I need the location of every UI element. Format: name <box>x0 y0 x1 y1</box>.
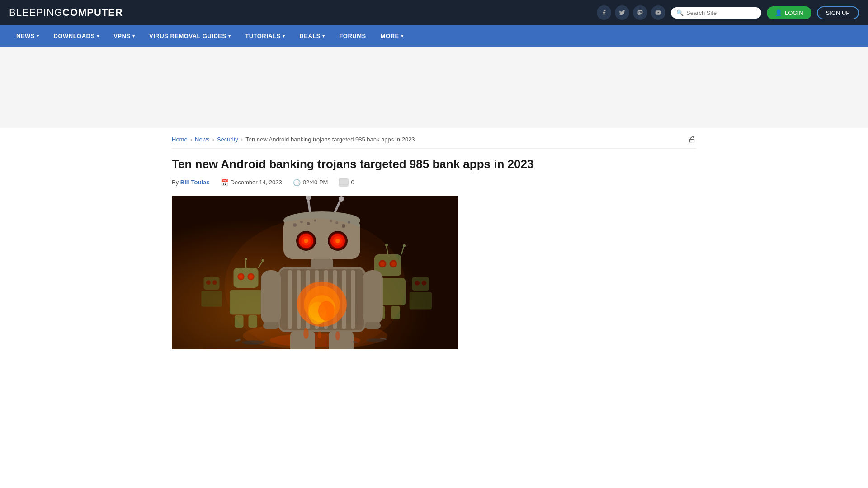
site-header: BLEEPINGCOMPUTER 🔍 👤 LOGIN SIGN UP <box>0 0 868 25</box>
breadcrumb-news[interactable]: News <box>195 136 210 143</box>
nav-tutorials-arrow: ▾ <box>283 33 285 38</box>
breadcrumb-sep-3: › <box>241 136 243 143</box>
nav-virus-removal[interactable]: VIRUS REMOVAL GUIDES ▾ <box>142 25 238 47</box>
main-layout: Ten new Android banking trojans targeted… <box>172 149 696 349</box>
article-meta: By Bill Toulas 📅 December 14, 2023 🕐 02:… <box>172 178 547 187</box>
search-input[interactable] <box>686 9 756 16</box>
breadcrumb-sep-2: › <box>212 136 214 143</box>
site-logo[interactable]: BLEEPINGCOMPUTER <box>9 7 123 19</box>
login-button[interactable]: 👤 LOGIN <box>767 6 811 19</box>
calendar-icon: 📅 <box>221 179 228 186</box>
nav-more-arrow: ▾ <box>401 33 404 38</box>
signup-button[interactable]: SIGN UP <box>817 6 859 19</box>
article-comments: 0 <box>339 178 354 187</box>
nav-tutorials[interactable]: TUTORIALS ▾ <box>238 25 292 47</box>
user-icon: 👤 <box>775 9 782 16</box>
logo-light: BLEEPING <box>9 7 62 18</box>
svg-point-90 <box>225 218 406 349</box>
article-author: By Bill Toulas <box>172 179 210 186</box>
svg-rect-1 <box>339 179 348 185</box>
article-image <box>172 196 458 349</box>
article-time: 🕐 02:40 PM <box>293 179 328 186</box>
svg-point-91 <box>242 340 264 345</box>
breadcrumb-current: Ten new Android banking trojans targeted… <box>245 136 415 143</box>
nav-virus-arrow: ▾ <box>228 33 231 38</box>
nav-more[interactable]: MORE ▾ <box>373 25 411 47</box>
nav-deals[interactable]: DEALS ▾ <box>292 25 332 47</box>
nav-news-arrow: ▾ <box>37 33 39 38</box>
logo-bold: COMPUTER <box>62 7 123 18</box>
nav-downloads-arrow: ▾ <box>97 33 99 38</box>
nav-vpns-arrow: ▾ <box>132 33 135 38</box>
header-right: 🔍 👤 LOGIN SIGN UP <box>597 5 859 20</box>
article-title: Ten new Android banking trojans targeted… <box>172 157 547 172</box>
advertisement-banner <box>0 47 868 128</box>
twitter-icon[interactable] <box>615 5 629 20</box>
clock-icon: 🕐 <box>293 179 301 186</box>
breadcrumb: Home › News › Security › Ten new Android… <box>172 128 696 149</box>
sidebar-column <box>561 149 696 349</box>
youtube-icon[interactable] <box>651 5 665 20</box>
social-icons <box>597 5 665 20</box>
article-column: Ten new Android banking trojans targeted… <box>172 149 547 349</box>
author-link[interactable]: Bill Toulas <box>180 179 210 186</box>
search-icon: 🔍 <box>676 9 684 16</box>
nav-vpns[interactable]: VPNS ▾ <box>106 25 142 47</box>
mastodon-icon[interactable] <box>633 5 647 20</box>
breadcrumb-home[interactable]: Home <box>172 136 188 143</box>
comments-bubble <box>339 178 349 187</box>
print-icon[interactable]: 🖨 <box>688 135 696 144</box>
nav-deals-arrow: ▾ <box>322 33 325 38</box>
content-wrapper: Home › News › Security › Ten new Android… <box>163 128 705 349</box>
main-nav: NEWS ▾ DOWNLOADS ▾ VPNS ▾ VIRUS REMOVAL … <box>0 25 868 47</box>
nav-forums[interactable]: FORUMS <box>332 25 373 47</box>
article-date: 📅 December 14, 2023 <box>221 179 282 186</box>
search-bar: 🔍 <box>671 7 761 19</box>
breadcrumb-sep-1: › <box>190 136 192 143</box>
breadcrumb-security[interactable]: Security <box>217 136 238 143</box>
nav-downloads[interactable]: DOWNLOADS ▾ <box>47 25 107 47</box>
facebook-icon[interactable] <box>597 5 611 20</box>
nav-news[interactable]: NEWS ▾ <box>9 25 47 47</box>
